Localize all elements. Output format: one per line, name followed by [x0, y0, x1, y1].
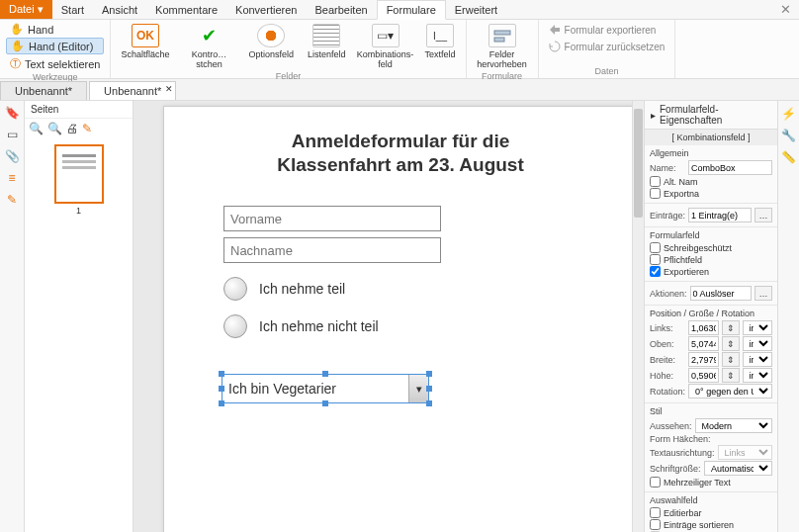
chk-exportna[interactable]: [650, 188, 661, 199]
highlight-fields[interactable]: Felder hervorheben: [473, 22, 532, 71]
menu-ansicht[interactable]: Ansicht: [93, 1, 146, 19]
resize-handle[interactable]: [219, 400, 224, 406]
radio-nichtteil[interactable]: [223, 314, 247, 338]
unit-top[interactable]: in: [743, 336, 773, 351]
resize-handle[interactable]: [426, 386, 432, 392]
lbl-left: Links:: [650, 323, 685, 333]
button-icon: OK: [132, 24, 159, 47]
resize-handle[interactable]: [219, 386, 224, 392]
menu-kommentare[interactable]: Kommentare: [146, 1, 226, 19]
inp-name[interactable]: [688, 160, 772, 175]
chk-mandatory[interactable]: [650, 254, 661, 265]
checkbox-icon: ✔: [195, 24, 222, 47]
chk-sort[interactable]: [650, 519, 661, 530]
svg-rect-0: [494, 31, 510, 35]
attach-icon[interactable]: 📎: [4, 148, 20, 164]
unit-width[interactable]: in: [743, 352, 773, 367]
list-icon[interactable]: ≡: [4, 170, 20, 186]
field-list[interactable]: Listenfeld: [304, 22, 350, 61]
sel-look[interactable]: Modern: [695, 418, 772, 433]
unit-left[interactable]: in: [743, 320, 773, 335]
resize-handle[interactable]: [426, 371, 432, 377]
menu-erweitert[interactable]: Erweitert: [446, 1, 506, 19]
scrollbar-thumb[interactable]: [634, 109, 643, 218]
lbl-textalign: Textausrichtung:: [650, 448, 715, 458]
doc-tab-1[interactable]: Unbenannt*✕: [89, 81, 176, 100]
combo-selected[interactable]: Ich bin Vegetarier ▾: [222, 374, 449, 403]
inp-actions[interactable]: [690, 286, 752, 301]
props-subtitle: [ Kombinationsfeld ]: [645, 130, 777, 145]
field-radio[interactable]: Optionsfeld: [244, 22, 298, 61]
field-checkbox[interactable]: ✔Kontro…stchen: [179, 22, 238, 71]
ruler-icon[interactable]: 📏: [781, 150, 796, 164]
doc-title-1: Anmeldeformular für die: [204, 131, 597, 152]
lightning-icon[interactable]: ⚡: [781, 107, 796, 121]
entries-more[interactable]: …: [755, 208, 772, 222]
canvas[interactable]: Anmeldeformular für die Klassenfahrt am …: [133, 101, 632, 532]
window-close[interactable]: ✕: [772, 2, 799, 17]
page-thumbnail[interactable]: [54, 144, 104, 204]
zoom-in-icon[interactable]: 🔍: [29, 122, 44, 135]
edit-page-icon[interactable]: ✎: [82, 122, 92, 135]
reset-form[interactable]: Formular zurücksetzen: [545, 39, 669, 54]
combo-dropdown-button[interactable]: ▾: [408, 375, 428, 402]
chk-altname[interactable]: [650, 176, 661, 187]
lbl-height: Höhe:: [650, 371, 685, 381]
inp-entries[interactable]: [688, 208, 752, 222]
inp-top[interactable]: [688, 336, 719, 351]
tool-text-select[interactable]: ⓉText selektieren: [6, 55, 104, 72]
menu-formulare[interactable]: Formulare: [377, 0, 446, 20]
step-top[interactable]: ⇕: [722, 336, 740, 351]
zoom-out-icon[interactable]: 🔍: [47, 122, 62, 135]
list-icon: [312, 24, 340, 47]
tool-hand[interactable]: ✋Hand: [6, 22, 104, 37]
chk-export[interactable]: [650, 266, 661, 277]
canvas-scrollbar[interactable]: [632, 101, 644, 532]
tool-hand-editor[interactable]: ✋Hand (Editor): [6, 38, 104, 54]
field-button[interactable]: OKSchaltfläche: [117, 22, 173, 61]
field-combo[interactable]: ▭▾Kombinations-feld: [356, 22, 415, 71]
chk-multiline[interactable]: [650, 477, 661, 488]
vorname-input[interactable]: [223, 206, 441, 231]
nachname-input[interactable]: [223, 237, 441, 263]
chk-edit[interactable]: [650, 507, 661, 518]
resize-handle[interactable]: [426, 400, 432, 406]
page-icon[interactable]: ▭: [4, 127, 20, 142]
menu-start[interactable]: Start: [52, 1, 93, 19]
field-text[interactable]: I__Textfeld: [421, 22, 460, 61]
lbl-look: Aussehen:: [650, 421, 692, 431]
sel-fontsize[interactable]: Automatisch: [704, 461, 772, 476]
bookmark-icon[interactable]: 🔖: [4, 105, 20, 121]
inp-height[interactable]: [688, 368, 719, 383]
step-width[interactable]: ⇕: [722, 352, 740, 367]
menu-konvertieren[interactable]: Konvertieren: [226, 1, 306, 19]
tool-icon[interactable]: 🔧: [781, 129, 796, 142]
step-height[interactable]: ⇕: [722, 368, 740, 383]
menu-file[interactable]: Datei ▾: [0, 0, 52, 19]
menu-bearbeiten[interactable]: Bearbeiten: [306, 1, 376, 19]
resize-handle[interactable]: [322, 400, 328, 406]
export-form[interactable]: Formular exportieren: [545, 22, 669, 38]
step-left[interactable]: ⇕: [722, 320, 740, 335]
lbl-fontsize: Schriftgröße:: [650, 464, 701, 474]
resize-handle[interactable]: [219, 371, 224, 377]
print-icon[interactable]: 🖨: [66, 122, 78, 135]
inp-width[interactable]: [688, 352, 719, 367]
inp-left[interactable]: [688, 320, 719, 335]
pages-header: Seiten: [25, 101, 133, 119]
radio-teil[interactable]: [223, 277, 247, 301]
sec-general: Allgemein: [650, 148, 772, 158]
chk-readonly[interactable]: [650, 242, 661, 253]
document-page[interactable]: Anmeldeformular für die Klassenfahrt am …: [163, 106, 632, 532]
unit-height[interactable]: in: [743, 368, 773, 383]
lbl-width: Breite:: [650, 355, 685, 365]
combo-value: Ich bin Vegetarier: [222, 381, 408, 397]
highlight-icon: [488, 24, 516, 47]
resize-handle[interactable]: [322, 371, 328, 377]
doc-tab-0[interactable]: Unbenannt*: [0, 81, 87, 100]
sel-textalign: Links: [718, 445, 772, 460]
close-tab-icon[interactable]: ✕: [165, 84, 173, 94]
actions-more[interactable]: …: [755, 286, 772, 301]
sel-rotation[interactable]: 0° gegen den Uhr: [688, 384, 772, 399]
signature-icon[interactable]: ✎: [4, 192, 20, 208]
